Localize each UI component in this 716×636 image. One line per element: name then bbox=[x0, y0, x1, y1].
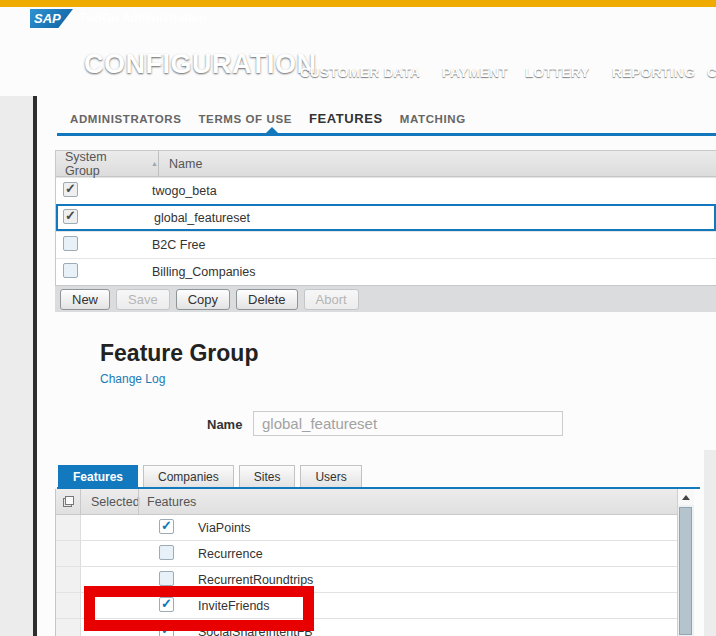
section-tab-bar: ADMINISTRATORS TERMS OF USE FEATURES MAT… bbox=[70, 111, 466, 126]
section-tab-underline bbox=[57, 133, 716, 136]
table-row[interactable]: twogo_beta bbox=[56, 177, 716, 204]
sap-logo[interactable]: SAP bbox=[30, 9, 73, 28]
row-handle-cell bbox=[56, 593, 81, 618]
chevron-up-icon bbox=[682, 495, 690, 500]
table-header-row: System Group ▲ Name bbox=[56, 151, 716, 177]
delete-button[interactable]: Delete bbox=[236, 289, 298, 310]
left-page-margin bbox=[0, 96, 33, 636]
name-field bbox=[253, 411, 563, 436]
save-button: Save bbox=[116, 289, 170, 310]
table-row-selected[interactable]: global_featureset bbox=[56, 204, 716, 231]
row-checkbox-checked[interactable] bbox=[63, 182, 78, 197]
row-name[interactable]: Billing_Companies bbox=[152, 265, 716, 279]
active-nav-pointer bbox=[118, 88, 132, 96]
feature-name[interactable]: SocialShareIntentFB bbox=[198, 625, 677, 636]
checkbox-cell bbox=[81, 623, 198, 636]
sort-ascending-icon[interactable]: ▲ bbox=[151, 160, 158, 167]
row-handle-cell bbox=[56, 515, 81, 540]
nav-item-reporting[interactable]: REPORTING bbox=[612, 65, 695, 80]
active-tab-pointer bbox=[266, 127, 278, 133]
new-button[interactable]: New bbox=[60, 289, 110, 310]
copy-button[interactable]: Copy bbox=[176, 289, 230, 310]
nav-item-customer-data[interactable]: CUSTOMER DATA bbox=[300, 65, 420, 80]
features-header-row: Selected Features bbox=[56, 489, 677, 515]
checkbox-cell bbox=[56, 236, 152, 254]
checkbox-cell bbox=[81, 519, 198, 537]
checkbox-cell bbox=[58, 209, 154, 227]
feature-row[interactable]: SocialShareIntentFB bbox=[56, 619, 677, 636]
tab-terms-of-use[interactable]: TERMS OF USE bbox=[198, 113, 291, 125]
feature-row[interactable]: Recurrence bbox=[56, 541, 677, 567]
row-name[interactable]: twogo_beta bbox=[152, 184, 716, 198]
row-name[interactable]: B2C Free bbox=[152, 238, 716, 252]
row-checkbox-checked[interactable] bbox=[63, 209, 78, 224]
row-checkbox-unchecked[interactable] bbox=[63, 263, 78, 278]
page: SAP TwoGo Administration CONFIGURATION C… bbox=[0, 0, 716, 636]
right-page-margin bbox=[704, 450, 716, 636]
row-checkbox-unchecked[interactable] bbox=[63, 236, 78, 251]
feature-checkbox-unchecked[interactable] bbox=[159, 571, 174, 586]
tab-administrators[interactable]: ADMINISTRATORS bbox=[70, 113, 181, 125]
sap-gold-bar bbox=[0, 0, 716, 7]
row-handle-cell bbox=[56, 567, 81, 592]
panel-left-border bbox=[33, 96, 37, 636]
nav-item-configuration-active[interactable]: CONFIGURATION bbox=[84, 49, 316, 80]
vertical-scrollbar[interactable] bbox=[677, 489, 694, 636]
checkbox-cell bbox=[81, 597, 198, 615]
copy-selection-button[interactable] bbox=[56, 489, 81, 514]
tab-users[interactable]: Users bbox=[300, 465, 361, 488]
feature-checkbox-unchecked[interactable] bbox=[159, 545, 174, 560]
table-row[interactable]: Billing_Companies bbox=[56, 258, 716, 285]
checkbox-cell bbox=[56, 182, 152, 200]
features-table-body: Selected Features ViaPoints Recurrence R… bbox=[55, 489, 677, 636]
features-table: Selected Features ViaPoints Recurrence R… bbox=[55, 489, 694, 636]
column-header-system-group[interactable]: System Group ▲ bbox=[56, 150, 158, 178]
row-handle-cell bbox=[56, 541, 81, 566]
feature-row[interactable]: ViaPoints bbox=[56, 515, 677, 541]
scroll-up-button[interactable] bbox=[678, 489, 694, 505]
tab-features-detail[interactable]: Features bbox=[58, 465, 138, 488]
app-title: TwoGo Administration bbox=[79, 11, 206, 25]
feature-row[interactable]: RecurrentRoundtrips bbox=[56, 567, 677, 593]
feature-name[interactable]: InviteFriends bbox=[198, 599, 677, 613]
scrollbar-thumb[interactable] bbox=[679, 507, 692, 635]
tab-features[interactable]: FEATURES bbox=[309, 111, 383, 126]
feature-checkbox-checked[interactable] bbox=[159, 597, 174, 612]
checkbox-cell bbox=[81, 545, 198, 563]
nav-item-payment[interactable]: PAYMENT bbox=[442, 65, 508, 80]
abort-button: Abort bbox=[304, 289, 359, 310]
column-header-name[interactable]: Name bbox=[158, 151, 716, 176]
feature-name[interactable]: ViaPoints bbox=[198, 521, 677, 535]
tab-companies[interactable]: Companies bbox=[143, 465, 234, 488]
row-handle-cell bbox=[56, 619, 81, 636]
feature-group-table: System Group ▲ Name twogo_beta global_fe… bbox=[55, 150, 716, 286]
tab-matching[interactable]: MATCHING bbox=[400, 113, 466, 125]
app-header: SAP TwoGo Administration CONFIGURATION C… bbox=[0, 7, 716, 96]
feature-checkbox-checked[interactable] bbox=[159, 519, 174, 534]
row-name[interactable]: global_featureset bbox=[154, 211, 714, 225]
nav-item-lottery[interactable]: LOTTERY bbox=[525, 65, 590, 80]
checkbox-cell bbox=[81, 571, 198, 589]
detail-tab-bar: Features Companies Sites Users bbox=[58, 465, 362, 488]
change-log-link[interactable]: Change Log bbox=[100, 372, 165, 386]
checkbox-cell bbox=[56, 263, 152, 281]
table-row[interactable]: B2C Free bbox=[56, 231, 716, 258]
feature-name[interactable]: Recurrence bbox=[198, 547, 677, 561]
column-header-features[interactable]: Features bbox=[138, 489, 677, 514]
name-field-label: Name bbox=[207, 417, 242, 432]
feature-name[interactable]: RecurrentRoundtrips bbox=[198, 573, 677, 587]
column-header-label: System Group bbox=[65, 150, 125, 178]
table-toolbar: New Save Copy Delete Abort bbox=[55, 285, 716, 312]
feature-row-annotated[interactable]: InviteFriends bbox=[56, 593, 677, 619]
tab-sites[interactable]: Sites bbox=[239, 465, 296, 488]
copy-icon bbox=[63, 496, 74, 507]
feature-checkbox-checked[interactable] bbox=[159, 623, 174, 636]
page-title: Feature Group bbox=[100, 340, 258, 367]
nav-item-truncated[interactable]: C bbox=[707, 65, 716, 80]
column-header-selected[interactable]: Selected bbox=[81, 495, 138, 509]
